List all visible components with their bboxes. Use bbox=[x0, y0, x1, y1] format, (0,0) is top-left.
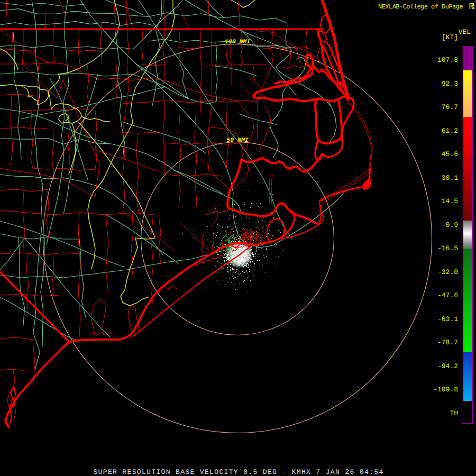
svg-text:-16.5: -16.5 bbox=[437, 244, 458, 252]
svg-text:-63.1: -63.1 bbox=[437, 315, 458, 323]
svg-text:14.5: 14.5 bbox=[442, 197, 458, 205]
svg-text:61.2: 61.2 bbox=[442, 127, 458, 135]
svg-text:30.1: 30.1 bbox=[442, 174, 458, 182]
svg-text:50 NMI: 50 NMI bbox=[226, 137, 249, 144]
svg-text:92.3: 92.3 bbox=[442, 80, 458, 88]
svg-text:-94.2: -94.2 bbox=[437, 362, 458, 370]
svg-text:TH: TH bbox=[450, 409, 458, 417]
svg-text:NEXLAB-College of DuPage: NEXLAB-College of DuPage bbox=[378, 3, 463, 11]
svg-text:-78.7: -78.7 bbox=[437, 338, 458, 346]
svg-text:45.6: 45.6 bbox=[442, 150, 458, 158]
svg-text:-109.8: -109.8 bbox=[433, 386, 458, 393]
svg-text:107.8: 107.8 bbox=[437, 56, 458, 64]
svg-text:SUPER-RESOLUTION BASE VELOCITY: SUPER-RESOLUTION BASE VELOCITY 0.5 DEG -… bbox=[93, 468, 383, 476]
svg-text:-47.6: -47.6 bbox=[437, 291, 458, 299]
svg-text:VEL: VEL bbox=[459, 28, 471, 36]
svg-text:-32.0: -32.0 bbox=[437, 268, 458, 276]
svg-text:-0.9: -0.9 bbox=[442, 221, 458, 229]
svg-text:[KT]: [KT] bbox=[442, 33, 458, 41]
svg-text:100 NMI: 100 NMI bbox=[225, 39, 250, 45]
svg-text:76.7: 76.7 bbox=[442, 103, 458, 111]
